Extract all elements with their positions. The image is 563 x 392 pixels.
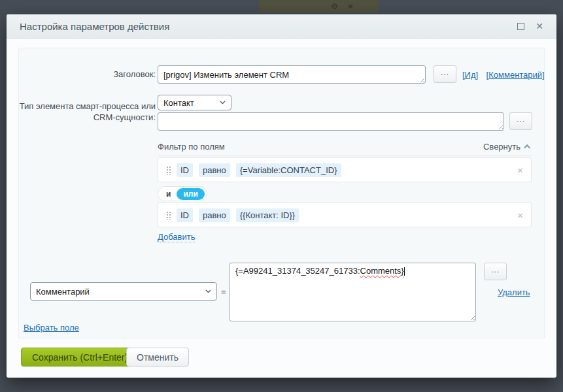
- comment-value-text: {=A99241_31374_35247_61733:: [235, 266, 360, 276]
- filter-section-title: Фильтр по полям: [158, 141, 225, 152]
- filter-operator-chip[interactable]: равно: [199, 163, 230, 177]
- remove-filter-icon[interactable]: ×: [517, 210, 523, 220]
- entity-more-button[interactable]: ...: [509, 112, 532, 130]
- window-controls: ✕: [517, 22, 543, 31]
- dialog-title: Настройка параметров действия: [20, 21, 169, 32]
- entity-field-wrap: [158, 112, 504, 131]
- equals-sign: =: [221, 286, 226, 297]
- comment-value-misspelled: Comments}: [360, 266, 404, 276]
- entity-type-select[interactable]: Контакт: [158, 95, 231, 110]
- title-input[interactable]: [158, 65, 426, 84]
- dialog-header: Настройка параметров действия ✕: [7, 14, 556, 39]
- choose-field-link[interactable]: Выбрать поле: [24, 323, 79, 333]
- text-cursor: [404, 267, 405, 276]
- title-field-wrap: [158, 65, 426, 84]
- chevron-up-icon: [524, 144, 530, 151]
- action-settings-dialog: Настройка параметров действия ✕ Заголово…: [7, 14, 556, 378]
- title-more-button[interactable]: ...: [434, 65, 456, 83]
- maximize-icon[interactable]: [517, 23, 524, 30]
- collapse-label: Свернуть: [483, 141, 520, 152]
- filter-field-chip[interactable]: ID: [177, 208, 193, 222]
- filter-divider: [158, 155, 532, 156]
- filter-row: ID равно {{Контакт: ID}} ×: [158, 203, 532, 227]
- logic-and-option[interactable]: и: [160, 189, 177, 199]
- chevron-down-icon: [205, 289, 211, 293]
- field-select-value: Комментарий: [36, 287, 201, 297]
- gear-icon: ⚙: [331, 3, 338, 10]
- form-panel: Заголовок: ... [Ид] [Комментарий] Контак…: [18, 48, 545, 338]
- logic-or-option[interactable]: или: [177, 188, 204, 200]
- screen-backdrop: ⚙ ✕ Настройка параметров действия ✕ Заго…: [0, 0, 563, 392]
- filter-row: ID равно {=Variable:CONTACT_ID} ×: [158, 157, 532, 182]
- close-icon: ✕: [347, 3, 354, 10]
- comment-more-button[interactable]: ...: [484, 263, 507, 280]
- cancel-button[interactable]: Отменить: [126, 348, 189, 367]
- remove-filter-icon[interactable]: ×: [517, 165, 523, 175]
- add-filter-link[interactable]: Добавить: [158, 232, 195, 242]
- title-links: [Ид] [Комментарий]: [462, 69, 545, 80]
- entity-type-select-value: Контакт: [163, 98, 216, 108]
- background-workflow-block: ⚙ ✕: [259, 0, 379, 12]
- comment-value-textarea[interactable]: {=A99241_31374_35247_61733:Comments}: [230, 263, 476, 321]
- filter-value-chip[interactable]: {=Variable:CONTACT_ID}: [236, 163, 341, 177]
- drag-handle-icon[interactable]: [166, 165, 171, 175]
- save-button[interactable]: Сохранить (Ctrl+Enter): [21, 348, 139, 367]
- close-icon[interactable]: ✕: [536, 22, 543, 31]
- filter-value-chip[interactable]: {{Контакт: ID}}: [236, 208, 299, 222]
- field-select[interactable]: Комментарий: [30, 282, 217, 301]
- drag-handle-icon[interactable]: [166, 210, 171, 220]
- comment-textarea-wrap: {=A99241_31374_35247_61733:Comments}: [230, 263, 476, 321]
- filter-operator-chip[interactable]: равно: [199, 208, 230, 222]
- entity-input[interactable]: [158, 112, 504, 131]
- logic-connector-toggle: и или: [158, 186, 207, 201]
- filter-collapse-toggle[interactable]: Свернуть: [483, 141, 530, 152]
- insert-id-link[interactable]: [Ид]: [462, 70, 478, 80]
- filter-field-chip[interactable]: ID: [177, 163, 193, 177]
- title-field-label: Заголовок:: [19, 69, 156, 80]
- delete-field-link[interactable]: Удалить: [498, 287, 530, 297]
- entity-type-label: Тип элемента смарт-процесса или CRM-сущн…: [19, 101, 156, 123]
- chevron-down-icon: [220, 101, 226, 105]
- insert-comment-link[interactable]: [Комментарий]: [486, 70, 545, 80]
